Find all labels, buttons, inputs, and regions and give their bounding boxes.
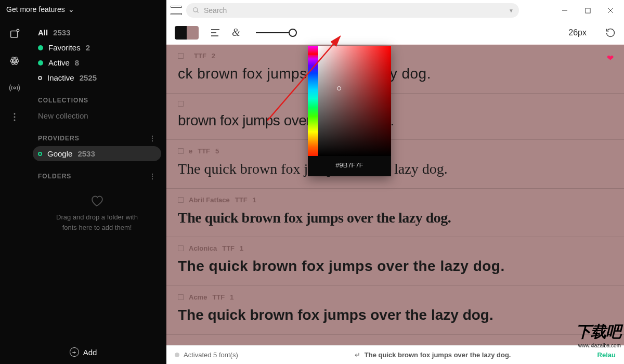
search-input[interactable]: Search ▼ bbox=[186, 3, 519, 18]
search-icon bbox=[192, 7, 200, 14]
status-activated: Activated 5 font(s) bbox=[175, 351, 238, 359]
layout-toggle-icon[interactable] bbox=[171, 5, 182, 16]
hollow-dot-icon bbox=[38, 76, 42, 80]
heart-icon bbox=[90, 194, 105, 207]
align-icon[interactable] bbox=[210, 29, 220, 37]
font-row[interactable]: eTTF5The quick brown fox jumps over the … bbox=[166, 140, 624, 189]
checkbox-icon[interactable] bbox=[178, 148, 184, 154]
font-meta: Abril FatfaceTTF1 bbox=[178, 196, 613, 204]
font-row[interactable]: TTF2ck brown fox jumps over the lazy dog… bbox=[166, 45, 624, 94]
window-close-button[interactable] bbox=[601, 2, 620, 19]
svg-point-8 bbox=[14, 116, 15, 118]
saturation-value-area[interactable] bbox=[318, 46, 391, 156]
svg-point-6 bbox=[14, 87, 16, 89]
font-sample: ck brown fox jumps over the lazy dog. bbox=[178, 65, 613, 83]
font-variant-count: 1 bbox=[253, 196, 256, 204]
dot-icon bbox=[38, 45, 43, 50]
font-meta: AclonicaTTF1 bbox=[178, 244, 613, 252]
font-row[interactable]: AcmeTTF1The quick brown fox jumps over t… bbox=[166, 286, 624, 335]
chevron-down-icon: ⌄ bbox=[68, 5, 74, 14]
font-variant-count: 2 bbox=[212, 52, 215, 60]
sidebar-item-inactive[interactable]: Inactive 2525 bbox=[33, 70, 161, 85]
more-icon[interactable] bbox=[9, 111, 20, 123]
svg-point-7 bbox=[14, 113, 15, 115]
slider-thumb[interactable] bbox=[289, 29, 297, 37]
svg-point-1 bbox=[17, 29, 19, 32]
library-icon[interactable] bbox=[9, 28, 20, 40]
sidebar-item-active[interactable]: Active 8 bbox=[33, 55, 161, 70]
dropzone-text: Drag and drop a folder with fonts here t… bbox=[48, 212, 146, 232]
font-row[interactable]: Abril FatfaceTTF1The quick brown fox jum… bbox=[166, 189, 624, 238]
checkbox-icon[interactable] bbox=[178, 294, 184, 300]
color-hex-value: #9B7F7F bbox=[308, 156, 391, 176]
active-count: 8 bbox=[75, 58, 79, 67]
font-sample: The quick brown fox jumps over the lazy … bbox=[178, 209, 613, 227]
hue-slider[interactable] bbox=[308, 46, 318, 156]
sidebar-item-favorites[interactable]: Favorites 2 bbox=[33, 40, 161, 55]
font-meta bbox=[178, 101, 613, 107]
collections-heading: COLLECTIONS bbox=[38, 97, 156, 104]
sv-cursor[interactable] bbox=[337, 86, 341, 90]
dot-icon bbox=[38, 60, 43, 66]
font-name: e bbox=[189, 147, 192, 155]
all-label: All bbox=[38, 28, 48, 37]
favorite-icon[interactable]: ❤ bbox=[607, 53, 614, 63]
folders-more-icon[interactable]: ⋮ bbox=[149, 173, 156, 180]
font-name: Abril Fatface bbox=[189, 196, 230, 204]
font-sample: The quick brown fox jumps over the lazy … bbox=[178, 306, 613, 324]
font-list[interactable]: TTF2ck brown fox jumps over the lazy dog… bbox=[166, 45, 624, 345]
color-swatch-button[interactable] bbox=[175, 26, 199, 40]
sidebar-item-google[interactable]: Google 2533 bbox=[33, 146, 161, 161]
font-meta: AcmeTTF1 bbox=[178, 293, 613, 301]
checkbox-icon[interactable] bbox=[178, 53, 184, 59]
main-panel: Search ▼ & bbox=[166, 0, 624, 364]
checkbox-icon[interactable] bbox=[178, 101, 184, 107]
font-meta: eTTF5 bbox=[178, 147, 613, 155]
sidebar-item-all[interactable]: All 2533 bbox=[33, 25, 161, 40]
window-maximize-button[interactable] bbox=[578, 2, 597, 19]
checkbox-icon[interactable] bbox=[178, 197, 184, 203]
new-collection-button[interactable]: New collection bbox=[33, 108, 161, 123]
svg-line-11 bbox=[197, 11, 199, 13]
google-count: 2533 bbox=[77, 149, 95, 158]
search-placeholder: Search bbox=[204, 6, 227, 15]
toolbar: & 26px bbox=[166, 21, 624, 45]
folders-dropzone[interactable]: Drag and drop a folder with fonts here t… bbox=[33, 184, 161, 243]
checkbox-icon[interactable] bbox=[178, 245, 184, 251]
status-dot-icon bbox=[175, 353, 179, 357]
search-dropdown-icon[interactable]: ▼ bbox=[509, 8, 514, 14]
font-format: TTF bbox=[194, 52, 206, 60]
font-format: TTF bbox=[212, 293, 225, 301]
window-minimize-button[interactable] bbox=[555, 2, 574, 19]
reset-icon[interactable] bbox=[605, 28, 616, 38]
window-bar: Search ▼ bbox=[166, 0, 624, 21]
google-label: Google bbox=[47, 149, 72, 158]
add-button[interactable]: + Add bbox=[0, 340, 166, 364]
font-row[interactable]: AclonicaTTF1The quick brown fox jumps ov… bbox=[166, 237, 624, 286]
svg-point-9 bbox=[14, 120, 15, 121]
svg-rect-13 bbox=[585, 8, 590, 12]
font-name: Acme bbox=[189, 293, 207, 301]
size-value: 26px bbox=[568, 28, 587, 37]
svg-point-3 bbox=[10, 59, 19, 62]
font-format: TTF bbox=[198, 147, 210, 155]
svg-rect-0 bbox=[10, 31, 17, 38]
more-features-button[interactable]: Get more features ⌄ bbox=[0, 0, 166, 19]
size-slider[interactable] bbox=[256, 32, 293, 33]
providers-more-icon[interactable]: ⋮ bbox=[149, 135, 156, 142]
font-variant-count: 1 bbox=[240, 244, 243, 252]
font-meta: TTF2 bbox=[178, 52, 613, 60]
font-row[interactable]: brown fox jumps over the lazy dog. bbox=[166, 94, 624, 140]
return-icon: ↵ bbox=[355, 351, 360, 359]
font-format: TTF bbox=[222, 244, 235, 252]
sidebar-rail bbox=[0, 19, 29, 340]
relaunch-button[interactable]: Relau bbox=[597, 351, 616, 359]
inactive-count: 2525 bbox=[80, 73, 97, 82]
broadcast-icon[interactable] bbox=[9, 82, 20, 94]
ligature-icon[interactable]: & bbox=[232, 27, 240, 38]
all-count: 2533 bbox=[53, 28, 70, 37]
providers-heading: PROVIDERS ⋮ bbox=[38, 135, 156, 142]
color-picker-popover[interactable]: #9B7F7F bbox=[308, 46, 391, 176]
atom-icon[interactable] bbox=[9, 55, 20, 67]
font-sample: brown fox jumps over the lazy dog. bbox=[178, 112, 613, 129]
